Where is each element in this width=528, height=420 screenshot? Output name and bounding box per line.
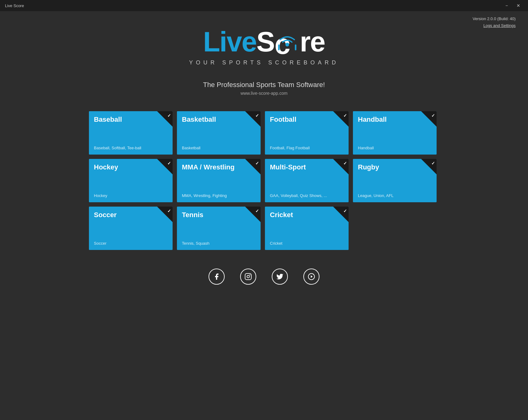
logo-container: Live S c re YOUR SPORTS SCOREBOARD [189,27,339,66]
sport-title-hockey: Hockey [94,163,168,171]
settings-link[interactable]: Logs and Settings [473,22,516,29]
svg-rect-4 [245,273,251,280]
sport-card-tennis[interactable]: ✓ Tennis Tennis, Squash [177,207,261,250]
logo-icon-wrapper: c [275,27,300,57]
sport-title-mma: MMA / Wrestling [182,163,256,171]
sport-card-multisport[interactable]: ✓ Multi-Sport GAA, Volleyball, Quiz Show… [265,159,349,202]
sport-sub-mma: MMA, Wrestling, Fighting [182,193,256,198]
sport-card-rugby[interactable]: ✓ Rugby League, Union, AFL [353,159,437,202]
svg-point-1 [285,43,289,46]
sport-title-handball: Handball [358,116,432,124]
svg-text:c: c [275,28,290,57]
sport-sub-basketball: Basketball [182,146,256,150]
sport-card-mma[interactable]: ✓ MMA / Wrestling MMA, Wrestling, Fighti… [177,159,261,202]
sport-title-rugby: Rugby [358,163,432,171]
version-text: Version 2.0.0 (Build: 40) [473,15,516,22]
sport-card-handball[interactable]: ✓ Handball Handball [353,111,437,155]
sport-card-soccer[interactable]: ✓ Soccer Soccer [89,207,173,250]
sport-sub-tennis: Tennis, Squash [182,241,256,246]
minimize-button[interactable]: − [502,2,511,9]
sport-title-basketball: Basketball [182,116,256,124]
logo-score: S [256,28,274,56]
sport-card-hockey[interactable]: ✓ Hockey Hockey [89,159,173,202]
sport-title-soccer: Soccer [94,211,168,219]
tagline: The Professional Sports Team Software! [203,81,325,89]
logo-re: re [300,28,325,56]
app-title: Live Score [5,3,24,8]
sport-card-football[interactable]: ✓ Football Football, Flag Football [265,111,349,155]
instagram-button[interactable] [240,269,256,285]
sport-title-baseball: Baseball [94,116,168,124]
logo: Live S c re [189,27,339,57]
close-button[interactable]: ✕ [514,2,523,9]
sport-card-basketball[interactable]: ✓ Basketball Basketball [177,111,261,155]
svg-point-6 [249,274,250,275]
logo-live: Live [203,28,256,56]
sport-title-cricket: Cricket [270,211,344,219]
sport-sub-football: Football, Flag Football [270,146,344,150]
sport-card-cricket[interactable]: ✓ Cricket Cricket [265,207,349,250]
sport-title-tennis: Tennis [182,211,256,219]
sport-sub-cricket: Cricket [270,241,344,246]
svg-marker-8 [311,275,313,278]
sport-sub-baseball: Baseball, Softball, Tee-ball [94,146,168,150]
sports-grid: ✓ Baseball Baseball, Softball, Tee-ball … [89,111,439,250]
logo-subtitle: YOUR SPORTS SCOREBOARD [189,59,339,66]
version-info: Version 2.0.0 (Build: 40) Logs and Setti… [473,15,516,29]
title-bar: Live Score − ✕ [0,0,528,11]
window-controls: − ✕ [502,2,523,9]
sport-sub-handball: Handball [358,146,432,150]
sport-sub-soccer: Soccer [94,241,168,246]
sport-sub-rugby: League, Union, AFL [358,193,432,198]
main-content: Live S c re YOUR SPORTS SCOREBOARD T [0,11,528,285]
sport-title-multisport: Multi-Sport [270,163,344,171]
youtube-button[interactable] [303,269,319,285]
website: www.live-score-app.com [240,91,288,96]
svg-point-5 [247,275,249,278]
twitter-button[interactable] [272,269,288,285]
social-bar [209,269,319,285]
sport-card-baseball[interactable]: ✓ Baseball Baseball, Softball, Tee-ball [89,111,173,155]
sport-sub-multisport: GAA, Volleyball, Quiz Shows, ... [270,193,344,198]
facebook-button[interactable] [209,269,225,285]
sport-sub-hockey: Hockey [94,193,168,198]
sport-title-football: Football [270,116,344,124]
